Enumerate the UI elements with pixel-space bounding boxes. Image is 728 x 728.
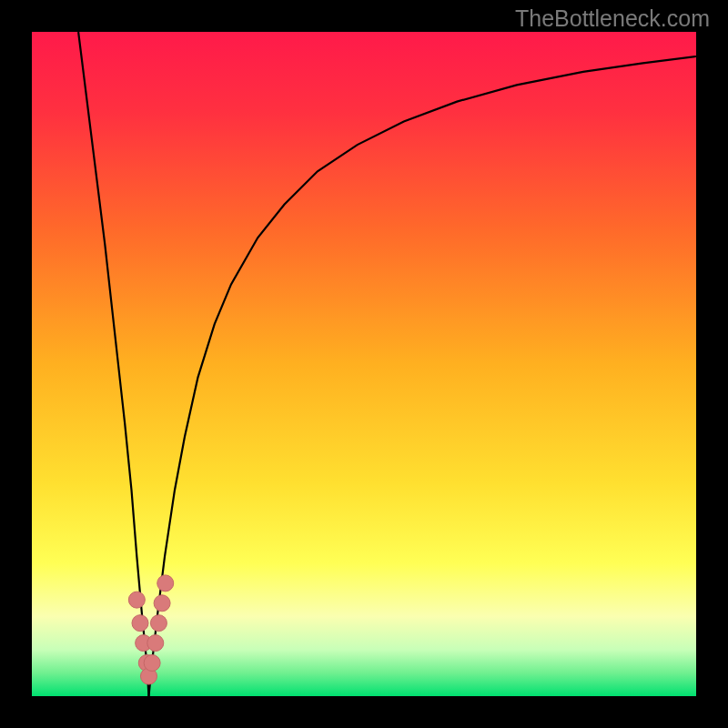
marker-point	[147, 635, 164, 652]
chart-frame: TheBottleneck.com	[0, 0, 728, 728]
marker-point	[144, 655, 160, 672]
marker-point	[132, 615, 148, 632]
plot-area	[32, 32, 696, 696]
marker-point	[157, 575, 174, 592]
marker-point	[150, 615, 167, 632]
marker-point	[128, 592, 145, 608]
chart-svg	[32, 32, 696, 696]
marker-point	[154, 595, 170, 612]
watermark-text: TheBottleneck.com	[515, 5, 710, 32]
